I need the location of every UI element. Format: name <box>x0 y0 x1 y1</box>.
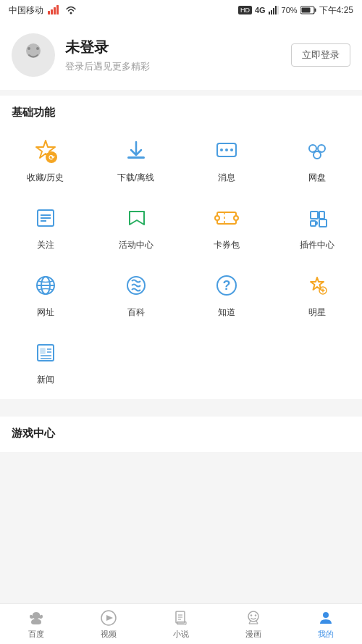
svg-rect-37 <box>319 212 324 219</box>
item-baike[interactable]: 百科 <box>90 259 181 326</box>
icon-news <box>29 336 62 369</box>
network-type: 4G <box>255 6 266 14</box>
nav-video[interactable]: 视频 <box>72 604 145 644</box>
svg-rect-38 <box>311 221 316 226</box>
label-message: 消息 <box>218 172 235 184</box>
battery-icon <box>300 6 316 14</box>
avatar[interactable] <box>12 33 55 77</box>
svg-rect-7 <box>273 8 274 14</box>
novel-icon <box>172 609 190 627</box>
svg-point-22 <box>230 149 233 151</box>
svg-marker-56 <box>106 615 113 621</box>
svg-point-14 <box>28 47 30 50</box>
basic-section: 基础功能 ⟳ 收藏/历史 <box>0 96 362 399</box>
carrier-label: 中国移动 <box>9 4 43 17</box>
item-zhidao[interactable]: ? 知道 <box>181 259 272 326</box>
nav-mine[interactable]: 我的 <box>290 604 362 644</box>
label-baike: 百科 <box>127 306 145 319</box>
nav-comic[interactable]: 漫画 <box>217 604 290 644</box>
nav-novel-label: 小说 <box>173 629 189 640</box>
svg-point-33 <box>215 216 219 220</box>
profile-info: 未登录 登录后遇见更多精彩 <box>65 38 150 73</box>
label-coupon: 卡券包 <box>214 239 240 251</box>
icon-activity <box>119 201 153 235</box>
comic-icon <box>245 609 262 627</box>
hd-badge: HD <box>238 6 252 14</box>
icon-netdisk <box>300 134 334 167</box>
mine-icon <box>317 609 334 627</box>
item-star[interactable]: 明星 <box>272 259 362 326</box>
item-coupon[interactable]: 卡券包 <box>181 191 272 259</box>
svg-point-21 <box>225 149 228 151</box>
nav-mine-label: 我的 <box>318 629 334 640</box>
svg-rect-36 <box>311 212 318 219</box>
svg-rect-39 <box>319 219 327 227</box>
status-right: HD 4G 70% 下午4:25 <box>238 4 353 17</box>
nav-video-label: 视频 <box>101 629 117 640</box>
item-plugin[interactable]: 插件中心 <box>272 191 362 259</box>
basic-section-title: 基础功能 <box>0 96 362 124</box>
svg-rect-5 <box>269 12 270 14</box>
svg-rect-2 <box>54 7 56 14</box>
game-section: 游戏中心 <box>0 405 362 452</box>
icon-coupon <box>210 201 243 235</box>
label-netdisk: 网盘 <box>308 172 326 184</box>
icon-baike <box>119 269 153 302</box>
profile-name: 未登录 <box>65 38 150 57</box>
svg-rect-11 <box>314 9 316 12</box>
item-follow[interactable]: 关注 <box>0 191 90 259</box>
icon-collect: ⟳ <box>29 134 62 167</box>
item-download[interactable]: 下载/离线 <box>90 124 181 191</box>
svg-rect-50 <box>41 348 45 354</box>
svg-rect-0 <box>48 11 50 14</box>
item-collect[interactable]: ⟳ 收藏/历史 <box>0 124 90 191</box>
item-activity[interactable]: 活动中心 <box>90 191 181 259</box>
label-news: 新闻 <box>37 374 54 386</box>
item-url[interactable]: 网址 <box>0 259 90 326</box>
bottom-nav: 百度 视频 小说 漫画 <box>0 603 362 644</box>
svg-point-25 <box>313 151 321 159</box>
icon-follow <box>29 201 62 235</box>
profile-subtitle: 登录后遇见更多精彩 <box>65 60 150 73</box>
nav-baidu-label: 百度 <box>28 629 44 640</box>
svg-rect-18 <box>127 156 145 159</box>
item-news[interactable]: 新闻 <box>0 326 90 393</box>
label-download: 下载/离线 <box>117 172 154 184</box>
svg-point-13 <box>26 43 41 58</box>
item-netdisk[interactable]: 网盘 <box>272 124 362 191</box>
nav-novel[interactable]: 小说 <box>145 604 217 644</box>
icon-download <box>119 134 153 167</box>
icon-plugin <box>300 201 334 235</box>
svg-point-62 <box>248 611 258 622</box>
svg-text:⟳: ⟳ <box>49 154 55 162</box>
label-activity: 活动中心 <box>119 239 153 251</box>
main-content: 未登录 登录后遇见更多精彩 立即登录 基础功能 ⟳ 收藏/历史 <box>0 20 362 603</box>
game-section-title: 游戏中心 <box>0 411 362 445</box>
icon-star <box>300 269 334 302</box>
baidu-icon <box>28 609 45 627</box>
status-bar: 中国移动 HD 4G 70% <box>0 0 362 20</box>
svg-rect-6 <box>271 10 272 14</box>
svg-point-4 <box>70 12 72 14</box>
profile-left: 未登录 登录后遇见更多精彩 <box>12 33 150 77</box>
svg-point-64 <box>255 614 256 616</box>
icon-zhidao: ? <box>210 269 243 302</box>
svg-rect-8 <box>275 6 277 14</box>
icon-url <box>29 269 62 302</box>
label-follow: 关注 <box>37 239 54 251</box>
login-button[interactable]: 立即登录 <box>291 43 350 67</box>
carrier-icon <box>48 5 61 15</box>
battery-pct: 70% <box>282 6 298 14</box>
wifi-icon <box>65 5 77 15</box>
nav-comic-label: 漫画 <box>245 629 261 640</box>
svg-point-66 <box>323 612 329 618</box>
svg-point-20 <box>220 149 223 151</box>
label-plugin: 插件中心 <box>300 239 334 251</box>
svg-point-34 <box>234 216 238 220</box>
icon-message <box>210 134 243 167</box>
video-icon <box>100 609 117 627</box>
item-message[interactable]: 消息 <box>181 124 272 191</box>
label-collect: 收藏/历史 <box>27 172 64 184</box>
time-label: 下午4:25 <box>319 4 353 17</box>
nav-baidu[interactable]: 百度 <box>0 604 72 644</box>
